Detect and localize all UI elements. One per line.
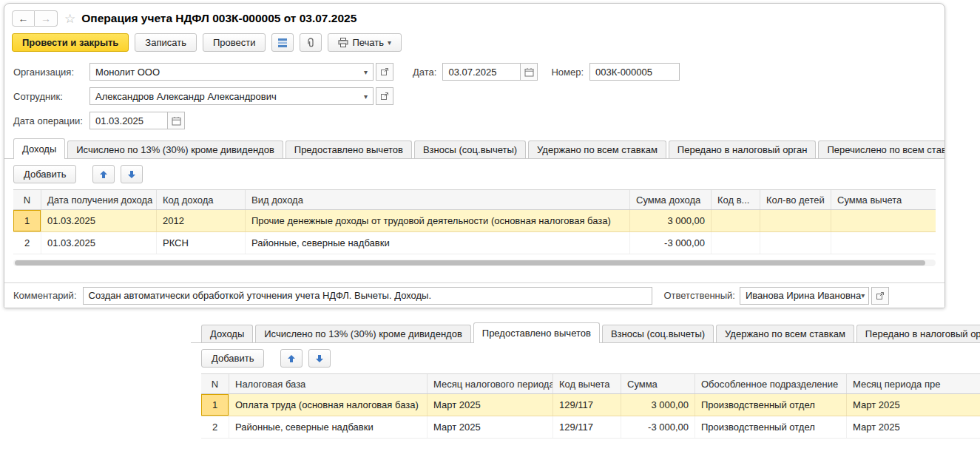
row-number-cell[interactable]: 1 — [201, 394, 229, 416]
post-and-close-button[interactable]: Провести и закрыть — [12, 33, 129, 52]
row-number-cell[interactable]: 1 — [13, 210, 41, 231]
sum-cell[interactable]: 3 000,00 — [621, 394, 695, 416]
division-cell[interactable]: Производственный отдел — [695, 416, 847, 438]
tab-calculated[interactable]: Исчислено по 13% (30%) кроме дивидендов — [255, 325, 471, 343]
tab-withheld[interactable]: Удержано по всем ставкам — [716, 325, 854, 343]
organization-combobox[interactable]: Монолит ООО ▾ — [89, 63, 374, 81]
back-button[interactable]: ← — [12, 10, 35, 27]
move-row-down-button[interactable] — [121, 165, 143, 183]
employee-combobox[interactable]: Александров Александр Александрович ▾ — [89, 87, 374, 105]
table-command-bar: Добавить — [201, 349, 980, 368]
income-date-cell[interactable]: 01.03.2025 — [41, 210, 157, 231]
add-row-button[interactable]: Добавить — [201, 349, 264, 368]
attachments-button[interactable] — [300, 33, 322, 52]
date-label: Дата: — [413, 67, 436, 78]
responsible-value: Иванова Ирина Ивановна — [746, 290, 861, 301]
show-movements-button[interactable] — [271, 33, 294, 52]
sum-cell[interactable]: -3 000,00 — [621, 416, 695, 438]
tab-deductions-provided[interactable]: Предоставлено вычетов — [285, 141, 412, 159]
income-kind-cell[interactable]: Прочие денежные доходы от трудовой деяте… — [246, 210, 630, 231]
horizontal-scrollbar[interactable] — [13, 260, 936, 266]
column-header: Сумма — [621, 374, 695, 393]
tab-remitted[interactable]: Перечислено по всем ставкам — [818, 141, 945, 159]
deduction-sum-cell[interactable] — [831, 232, 936, 254]
deduction-code-cell[interactable] — [712, 210, 760, 231]
tab-contributions[interactable]: Взносы (соц.вычеты) — [414, 141, 526, 159]
period-month-cell[interactable]: Март 2025 — [847, 394, 980, 416]
scrollbar-thumb[interactable] — [15, 260, 925, 265]
incomes-table: N Дата получения дохода Код дохода Вид д… — [13, 189, 936, 254]
chevron-down-icon[interactable]: ▾ — [861, 291, 865, 299]
deductions-tab-content: Добавить N Налоговая база Месяц — [191, 343, 980, 439]
deduction-code-cell[interactable] — [712, 232, 760, 254]
operation-date-input[interactable]: 01.03.2025 — [89, 112, 168, 129]
column-header: Месяц периода пре — [847, 374, 980, 393]
open-form-icon — [876, 291, 885, 300]
deduction-code-cell[interactable]: 129/117 — [553, 416, 621, 438]
move-row-down-button[interactable] — [308, 349, 331, 368]
responsible-combobox[interactable]: Иванова Ирина Ивановна ▾ — [740, 287, 869, 305]
employee-label: Сотрудник: — [13, 91, 89, 102]
tax-base-cell[interactable]: Районные, северные надбавки — [229, 416, 428, 438]
deductions-table: N Налоговая база Месяц налогового период… — [201, 373, 980, 439]
income-code-cell[interactable]: 2012 — [157, 210, 246, 231]
organization-row: Организация: Монолит ООО ▾ Дата: 03.07.2… — [4, 63, 944, 81]
arrow-up-icon — [99, 170, 108, 179]
tab-incomes[interactable]: Доходы — [201, 325, 253, 343]
add-row-button[interactable]: Добавить — [13, 165, 76, 183]
table-row[interactable]: 1 01.03.2025 2012 Прочие денежные доходы… — [13, 210, 936, 232]
deduction-code-cell[interactable]: 129/117 — [553, 394, 621, 416]
income-date-cell[interactable]: 01.03.2025 — [41, 232, 157, 254]
write-button[interactable]: Записать — [135, 33, 197, 52]
favorite-star-icon[interactable]: ☆ — [64, 11, 75, 27]
children-count-cell[interactable] — [760, 210, 831, 231]
chevron-down-icon[interactable]: ▾ — [364, 68, 368, 76]
period-month-cell[interactable]: Март 2025 — [847, 416, 980, 438]
open-form-icon — [380, 92, 389, 101]
column-header: Налоговая база — [229, 374, 428, 393]
column-header: Код дохода — [157, 190, 246, 209]
operation-date-calendar-button[interactable] — [167, 112, 185, 129]
division-cell[interactable]: Производственный отдел — [695, 394, 847, 416]
deduction-sum-cell[interactable] — [831, 210, 936, 231]
tab-incomes[interactable]: Доходы — [13, 138, 65, 159]
number-label: Номер: — [551, 67, 584, 78]
income-sum-cell[interactable]: 3 000,00 — [630, 210, 712, 231]
tab-withheld[interactable]: Удержано по всем ставкам — [528, 141, 666, 159]
employee-row: Сотрудник: Александров Александр Алексан… — [4, 87, 944, 105]
employee-open-button[interactable] — [376, 87, 393, 105]
document-movements-icon — [277, 38, 288, 48]
tax-base-cell[interactable]: Оплата труда (основная налоговая база) — [229, 394, 428, 416]
comment-input[interactable]: Создан автоматически обработкой уточнени… — [83, 287, 652, 305]
tab-contributions[interactable]: Взносы (соц.вычеты) — [602, 325, 714, 343]
tab-calculated[interactable]: Исчислено по 13% (30%) кроме дивидендов — [67, 141, 283, 159]
table-row[interactable]: 1 Оплата труда (основная налоговая база)… — [201, 394, 980, 416]
move-row-up-button[interactable] — [280, 349, 303, 368]
tab-sent-to-tax-authority[interactable]: Передано в налоговый орган — [669, 141, 817, 159]
tax-period-month-cell[interactable]: Март 2025 — [428, 416, 553, 438]
post-button[interactable]: Провести — [203, 33, 266, 52]
table-row[interactable]: 2 Районные, северные надбавки Март 2025 … — [201, 416, 980, 439]
chevron-down-icon[interactable]: ▾ — [364, 92, 368, 101]
table-row[interactable]: 2 01.03.2025 РКСН Районные, северные над… — [13, 232, 936, 254]
window-header: ← → ☆ Операция учета НДФЛ 003К-000005 от… — [4, 4, 944, 29]
row-number-cell[interactable]: 2 — [13, 232, 41, 254]
tab-deductions-provided[interactable]: Предоставлено вычетов — [473, 322, 600, 343]
children-count-cell[interactable] — [760, 232, 831, 254]
income-kind-cell[interactable]: Районные, северные надбавки — [246, 232, 630, 254]
income-sum-cell[interactable]: -3 000,00 — [630, 232, 712, 254]
tax-period-month-cell[interactable]: Март 2025 — [428, 394, 553, 416]
date-input[interactable]: 03.07.2025 — [442, 63, 521, 81]
organization-open-button[interactable] — [376, 63, 393, 81]
number-input[interactable]: 003К-000005 — [589, 63, 680, 81]
move-row-up-button[interactable] — [92, 165, 115, 183]
row-number-cell[interactable]: 2 — [201, 416, 229, 438]
forward-button[interactable]: → — [35, 10, 58, 27]
tab-sent-to-tax-authority[interactable]: Передано в налоговый орган — [856, 325, 980, 343]
responsible-open-button[interactable] — [871, 287, 889, 305]
date-calendar-button[interactable] — [520, 63, 538, 81]
income-code-cell[interactable]: РКСН — [157, 232, 246, 254]
window-title: Операция учета НДФЛ 003К-000005 от 03.07… — [81, 12, 356, 25]
column-header: Кол-во детей — [760, 190, 831, 209]
print-button[interactable]: Печать ▾ — [328, 33, 402, 52]
